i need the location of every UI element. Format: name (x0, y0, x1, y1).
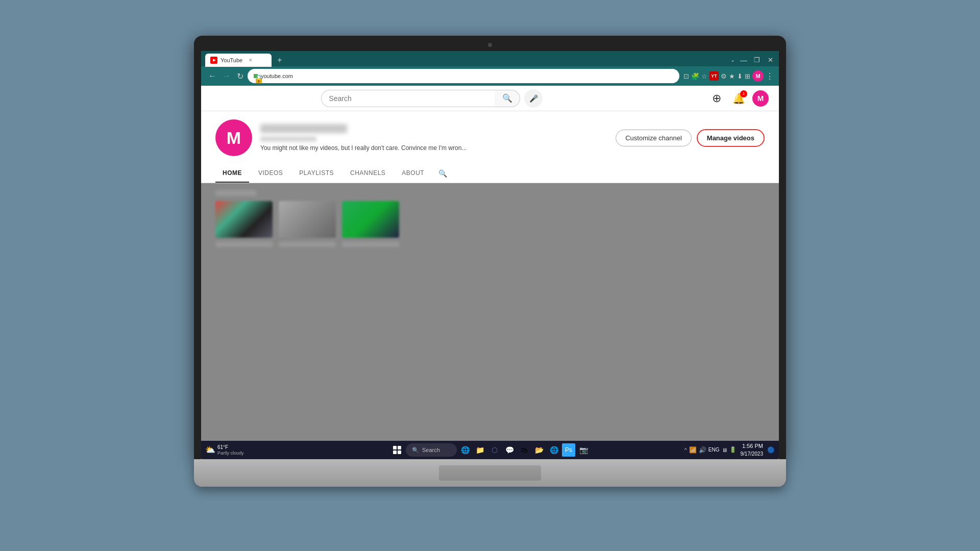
mic-button[interactable]: 🎤 (524, 89, 543, 108)
tab-close-icon[interactable]: ✕ (249, 58, 253, 63)
more-options-icon[interactable]: ⋮ (766, 71, 774, 81)
screen-cast-icon[interactable]: ⊡ (683, 72, 689, 80)
taskbar-app-chrome[interactable]: 🌐 (547, 443, 560, 457)
screen-bezel: ▶ YouTube ✕ + ⌄ — ❐ ✕ (194, 36, 786, 459)
channel-action-buttons: Customize channel Manage videos (616, 129, 765, 147)
customize-channel-button[interactable]: Customize channel (616, 130, 692, 146)
taskbar-app-folder[interactable]: 📂 (532, 443, 546, 457)
taskbar-center-group: 🔍 Search 🌐 📁 ⬡ 💬 🛍 📂 🌐 Ps 📷 (390, 443, 590, 457)
weather-info: 61°F Partly cloudy (217, 444, 244, 456)
extension2-icon[interactable]: ⚙ (721, 72, 727, 80)
laptop-shell: ▶ YouTube ✕ + ⌄ — ❐ ✕ (194, 36, 786, 515)
taskbar-app-store[interactable]: 🛍 (518, 443, 531, 457)
taskbar-search-icon: 🔍 (412, 447, 419, 454)
search-input-wrapper: 🔍 (321, 90, 520, 107)
notifications-button[interactable]: 🔔 1 (730, 89, 748, 108)
yt-search-area: 🔍 🎤 (321, 89, 543, 108)
trackpad[interactable] (439, 465, 541, 481)
tab-channels[interactable]: CHANNELS (343, 164, 393, 183)
tray-chevron[interactable]: ^ (684, 447, 687, 453)
yt-extension-icon[interactable]: YT (709, 71, 719, 81)
tray-icon-monitor[interactable]: 🖥 (722, 447, 727, 453)
taskbar-weather[interactable]: ⛅ 61°F Partly cloudy (205, 444, 244, 456)
extension-icon[interactable]: 🧩 (691, 72, 699, 80)
tab-playlists[interactable]: PLAYLISTS (292, 164, 341, 183)
clock-time: 1:56 PM (741, 442, 764, 450)
tab-videos[interactable]: VIDEOS (251, 164, 290, 183)
channel-content (201, 183, 779, 441)
weather-icon: ⛅ (205, 445, 215, 455)
user-avatar[interactable]: M (752, 90, 769, 107)
close-button[interactable]: ✕ (766, 56, 775, 65)
profile-icon-small[interactable]: M (752, 70, 764, 82)
taskbar-app-teams[interactable]: ⬡ (488, 443, 501, 457)
taskbar-search-bar[interactable]: 🔍 Search (406, 443, 457, 457)
new-tab-button[interactable]: + (274, 54, 286, 66)
address-bar[interactable]: 🔒 youtube.com (248, 69, 679, 83)
channel-details: You might not like my videos, but I real… (260, 124, 607, 152)
restore-button[interactable]: ❐ (752, 56, 762, 65)
address-bar-row: ← → ↻ 🔒 youtube.com ⊡ 🧩 ☆ YT ⚙ (201, 66, 779, 86)
tab-home[interactable]: HOME (215, 164, 249, 183)
tab-about[interactable]: ABOUT (395, 164, 431, 183)
video-thumb-2[interactable] (279, 201, 336, 238)
tray-lang[interactable]: ENG (708, 447, 720, 453)
taskbar: ⛅ 61°F Partly cloudy (201, 441, 779, 459)
video-thumb-3[interactable] (342, 201, 399, 238)
search-input[interactable] (321, 90, 495, 107)
webcam (488, 43, 492, 47)
screensaver-icon[interactable]: ⊞ (745, 72, 750, 80)
tab-bar: ▶ YouTube ✕ + ⌄ — ❐ ✕ (201, 51, 779, 66)
tray-icon-wifi[interactable]: 📶 (689, 446, 697, 454)
tray-icon-battery[interactable]: 🔋 (729, 446, 737, 453)
download-icon[interactable]: ⬇ (737, 72, 743, 80)
create-button[interactable]: ⊕ (707, 89, 726, 108)
taskbar-app-chat[interactable]: 💬 (503, 443, 516, 457)
tab-favicon: ▶ (210, 57, 217, 64)
search-button[interactable]: 🔍 (495, 90, 520, 107)
channel-info-row: M You might not like my videos, but I re… (201, 111, 779, 164)
back-button[interactable]: ← (206, 70, 218, 82)
channel-avatar: M (215, 119, 252, 156)
channel-header: M You might not like my videos, but I re… (201, 111, 779, 183)
forward-button[interactable]: → (220, 70, 233, 82)
weather-temp: 61°F (217, 444, 244, 450)
channel-description: You might not like my videos, but I real… (260, 144, 607, 152)
screen: ▶ YouTube ✕ + ⌄ — ❐ ✕ (201, 51, 779, 459)
channel-handle (260, 136, 316, 142)
taskbar-clock[interactable]: 1:56 PM 9/17/2023 (741, 442, 764, 457)
yt-header: 🔍 🎤 ⊕ 🔔 1 M (201, 86, 779, 111)
tray-icon-volume[interactable]: 🔊 (699, 446, 706, 454)
browser-tab-active[interactable]: ▶ YouTube ✕ (205, 54, 272, 67)
tab-label: YouTube (220, 57, 242, 63)
taskbar-tray: ^ 📶 🔊 ENG 🖥 🔋 1:56 PM 9/17/2023 🔵 (684, 442, 775, 457)
weather-condition: Partly cloudy (217, 450, 244, 456)
manage-videos-button[interactable]: Manage videos (697, 129, 765, 147)
secure-icon: 🔒 (254, 74, 258, 78)
taskbar-app-edge[interactable]: 🌐 (458, 443, 472, 457)
taskbar-app-files[interactable]: 📁 (473, 443, 486, 457)
extension3-icon[interactable]: ★ (729, 72, 735, 80)
laptop-base (194, 459, 786, 487)
address-text: youtube.com (261, 73, 293, 79)
browser-chrome: ▶ YouTube ✕ + ⌄ — ❐ ✕ (201, 51, 779, 86)
channel-name (260, 124, 347, 133)
toolbar-icons: ⊡ 🧩 ☆ YT ⚙ ★ ⬇ ⊞ M ⋮ (683, 70, 774, 82)
taskbar-app-ps[interactable]: Ps (562, 443, 575, 457)
taskbar-app-extra[interactable]: 📷 (577, 443, 590, 457)
start-button[interactable] (390, 443, 404, 457)
tab-dropdown-icon[interactable]: ⌄ (730, 57, 735, 63)
window-controls: ⌄ — ❐ ✕ (730, 56, 775, 65)
notification-badge: 1 (740, 90, 747, 97)
reload-button[interactable]: ↻ (235, 70, 246, 82)
minimize-button[interactable]: — (739, 56, 748, 65)
video-thumbnails-row (215, 201, 765, 238)
video-labels (215, 242, 765, 247)
star-icon[interactable]: ☆ (701, 72, 707, 80)
clock-date: 9/17/2023 (741, 450, 764, 458)
taskbar-search-text: Search (422, 447, 440, 453)
notification-center-icon[interactable]: 🔵 (767, 446, 775, 454)
tab-search-icon[interactable]: 🔍 (433, 164, 452, 183)
yt-header-right: ⊕ 🔔 1 M (707, 89, 769, 108)
video-thumb-1[interactable] (215, 201, 273, 238)
